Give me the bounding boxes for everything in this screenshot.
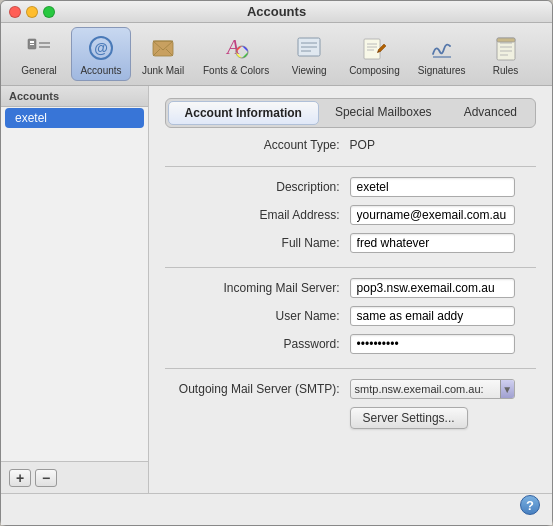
composing-label: Composing: [349, 65, 400, 76]
divider-2: [165, 267, 536, 268]
tab-special-mailboxes[interactable]: Special Mailboxes: [319, 101, 448, 125]
account-type-label: Account Type:: [165, 138, 350, 152]
tab-advanced-label: Advanced: [464, 105, 517, 119]
fullname-label: Full Name:: [165, 236, 350, 250]
toolbar-item-accounts[interactable]: @ Accounts: [71, 27, 131, 81]
content-area: Accounts exetel + − Account Information …: [1, 86, 552, 493]
sidebar-header: Accounts: [1, 86, 148, 107]
tab-account-information[interactable]: Account Information: [168, 101, 319, 125]
fonts-colors-icon: A: [220, 32, 252, 64]
smtp-select-value: smtp.nsw.exemail.com.au:: [355, 383, 484, 395]
toolbar-item-composing[interactable]: Composing: [341, 28, 408, 80]
window-bottom: ?: [1, 493, 552, 525]
fullname-row: Full Name:: [165, 233, 536, 253]
username-label: User Name:: [165, 309, 350, 323]
smtp-dropdown-arrow: ▼: [500, 380, 514, 398]
username-row: User Name:: [165, 306, 536, 326]
sidebar-item-exetel[interactable]: exetel: [5, 108, 144, 128]
description-label: Description:: [165, 180, 350, 194]
general-icon: [23, 32, 55, 64]
server-settings-button[interactable]: Server Settings...: [350, 407, 468, 429]
smtp-label: Outgoing Mail Server (SMTP):: [165, 382, 350, 396]
server-settings-row: Server Settings...: [165, 407, 536, 429]
email-row: Email Address:: [165, 205, 536, 225]
composing-icon: [358, 32, 390, 64]
title-bar: Accounts: [1, 1, 552, 23]
general-label: General: [21, 65, 57, 76]
sidebar: Accounts exetel + −: [1, 86, 149, 493]
main-panel: Account Information Special Mailboxes Ad…: [149, 86, 552, 493]
close-button[interactable]: [9, 6, 21, 18]
remove-account-button[interactable]: −: [35, 469, 57, 487]
toolbar-item-junk-mail[interactable]: Junk Mail: [133, 28, 193, 80]
fullname-input[interactable]: [350, 233, 515, 253]
tab-account-information-label: Account Information: [185, 106, 302, 120]
toolbar: General @ Accounts Junk Mai: [1, 23, 552, 86]
description-input[interactable]: [350, 177, 515, 197]
form-area: Account Type: POP Description: Email Add…: [165, 138, 536, 481]
window-title: Accounts: [247, 4, 306, 19]
divider-1: [165, 166, 536, 167]
add-account-button[interactable]: +: [9, 469, 31, 487]
accounts-label: Accounts: [80, 65, 121, 76]
divider-3: [165, 368, 536, 369]
toolbar-item-viewing[interactable]: Viewing: [279, 28, 339, 80]
email-label: Email Address:: [165, 208, 350, 222]
accounts-window: Accounts General @: [0, 0, 553, 526]
viewing-icon: [293, 32, 325, 64]
viewing-label: Viewing: [292, 65, 327, 76]
email-input[interactable]: [350, 205, 515, 225]
account-type-value: POP: [350, 138, 375, 152]
smtp-select[interactable]: smtp.nsw.exemail.com.au: ▼: [350, 379, 515, 399]
junk-mail-label: Junk Mail: [142, 65, 184, 76]
signatures-label: Signatures: [418, 65, 466, 76]
signatures-icon: [426, 32, 458, 64]
accounts-icon: @: [85, 32, 117, 64]
minimize-button[interactable]: [26, 6, 38, 18]
smtp-row: Outgoing Mail Server (SMTP): smtp.nsw.ex…: [165, 379, 536, 399]
tab-advanced[interactable]: Advanced: [448, 101, 533, 125]
sidebar-item-label: exetel: [15, 111, 47, 125]
account-type-row: Account Type: POP: [165, 138, 536, 152]
sidebar-list: exetel: [1, 107, 148, 461]
rules-icon: [490, 32, 522, 64]
toolbar-item-signatures[interactable]: Signatures: [410, 28, 474, 80]
maximize-button[interactable]: [43, 6, 55, 18]
password-row: Password:: [165, 334, 536, 354]
incoming-input[interactable]: [350, 278, 515, 298]
help-button[interactable]: ?: [520, 495, 540, 515]
tab-bar: Account Information Special Mailboxes Ad…: [165, 98, 536, 128]
incoming-row: Incoming Mail Server:: [165, 278, 536, 298]
junk-mail-icon: [147, 32, 179, 64]
toolbar-item-rules[interactable]: Rules: [476, 28, 536, 80]
toolbar-item-fonts-colors[interactable]: A Fonts & Colors: [195, 28, 277, 80]
svg-text:@: @: [94, 40, 108, 56]
svg-rect-18: [364, 39, 380, 59]
username-input[interactable]: [350, 306, 515, 326]
svg-rect-28: [497, 38, 515, 42]
toolbar-item-general[interactable]: General: [9, 28, 69, 80]
traffic-lights: [9, 6, 55, 18]
svg-rect-1: [30, 41, 34, 43]
sidebar-footer: + −: [1, 461, 148, 493]
password-input[interactable]: [350, 334, 515, 354]
svg-rect-2: [30, 44, 34, 45]
description-row: Description:: [165, 177, 536, 197]
incoming-label: Incoming Mail Server:: [165, 281, 350, 295]
rules-label: Rules: [493, 65, 519, 76]
fonts-colors-label: Fonts & Colors: [203, 65, 269, 76]
password-label: Password:: [165, 337, 350, 351]
tab-special-mailboxes-label: Special Mailboxes: [335, 105, 432, 119]
